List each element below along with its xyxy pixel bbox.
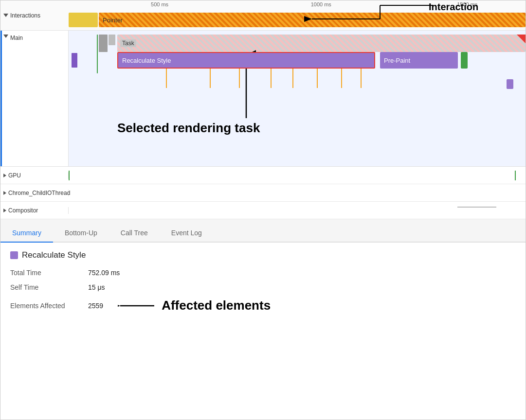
tick-8	[361, 69, 362, 88]
interactions-track: Pointer	[69, 9, 526, 31]
summary-panel: Recalculate Style Total Time 752.09 ms S…	[0, 243, 526, 321]
purple-left	[72, 53, 77, 68]
compositor-label-text: Compositor	[8, 207, 38, 214]
expand-triangle-compositor[interactable]	[3, 209, 6, 212]
main-label-text: Main	[10, 35, 23, 41]
rendering-task-text: Selected rendering task	[117, 121, 260, 135]
gpu-label: GPU	[0, 172, 69, 179]
elements-affected-value: 2559	[88, 302, 103, 310]
tab-bottom-up-label: Bottom-Up	[65, 229, 97, 237]
tick-4	[271, 69, 272, 88]
event-title-row: Recalculate Style	[10, 250, 516, 260]
task-label: Task	[120, 39, 136, 47]
tick-3	[239, 69, 240, 88]
chrome-child-row: Chrome_ChildIOThread	[0, 184, 526, 202]
self-time-row: Self Time 15 μs	[10, 283, 516, 291]
self-time-value: 15 μs	[88, 283, 105, 291]
recalc-label: Recalculate Style	[122, 57, 171, 64]
event-color-swatch	[10, 251, 18, 259]
collapse-triangle-main[interactable]	[3, 35, 8, 38]
elements-affected-row: Elements Affected 2559 Affected elements	[10, 298, 516, 313]
self-time-label: Self Time	[10, 283, 88, 291]
gpu-green-right	[515, 171, 516, 180]
green-line-left	[97, 35, 98, 73]
gpu-label-text: GPU	[8, 172, 21, 179]
affected-arrow	[118, 301, 157, 311]
total-time-label: Total Time	[10, 269, 88, 277]
chrome-child-track	[69, 184, 526, 202]
interactions-row: Interactions 500 ms 1000 ms 1500 ms Poin…	[0, 0, 526, 31]
tabs-bar: Summary Bottom-Up Call Tree Event Log	[0, 219, 526, 243]
main-track: Task Recalculate Style Pre-Paint	[69, 31, 526, 166]
chrome-child-label: Chrome_ChildIOThread	[0, 190, 69, 196]
tab-call-tree[interactable]: Call Tree	[109, 224, 160, 243]
elements-affected-label: Elements Affected	[10, 302, 88, 310]
pointer-orange-block: Pointer	[99, 13, 526, 27]
tick-1	[166, 69, 167, 88]
tick-6	[317, 69, 318, 88]
recalc-bar[interactable]: Recalculate Style	[117, 52, 375, 69]
task-bar[interactable]: Task	[117, 35, 526, 52]
gpu-row: GPU	[0, 167, 526, 184]
main-row: Main Task Recalculate Style Pre-Paint	[0, 31, 526, 167]
rendering-task-annotation: Selected rendering task	[117, 121, 260, 136]
prepaint-bar[interactable]: Pre-Paint	[380, 52, 458, 69]
ruler-mark-1500: 1500 ms	[457, 1, 477, 7]
tick-5	[292, 69, 293, 88]
tab-call-tree-label: Call Tree	[121, 229, 148, 237]
tab-event-log-label: Event Log	[171, 229, 202, 237]
tick-7	[341, 69, 342, 88]
interactions-label-text: Interactions	[10, 12, 40, 19]
main-label: Main	[0, 31, 69, 166]
pointer-yellow-block	[69, 13, 98, 27]
interactions-label: Interactions	[0, 12, 69, 19]
ruler-mark-1000: 1000 ms	[311, 1, 331, 7]
tab-summary-label: Summary	[12, 229, 41, 237]
tab-event-log[interactable]: Event Log	[160, 224, 214, 243]
expand-triangle-gpu[interactable]	[3, 174, 6, 177]
compositor-row: Compositor	[0, 202, 526, 219]
green-block-right	[461, 52, 468, 69]
compositor-gray-bar	[457, 207, 496, 208]
tab-bottom-up[interactable]: Bottom-Up	[53, 224, 109, 243]
affected-annotation-text: Affected elements	[162, 298, 271, 313]
prepaint-label: Pre-Paint	[384, 57, 410, 64]
chrome-child-label-text: Chrome_ChildIOThread	[8, 190, 70, 196]
app-container: Interactions 500 ms 1000 ms 1500 ms Poin…	[0, 0, 526, 321]
compositor-track	[69, 202, 526, 219]
gpu-green-left	[69, 171, 70, 180]
ruler-mark-500: 500 ms	[151, 1, 168, 7]
gpu-track	[69, 167, 526, 184]
gray-block-1	[99, 35, 108, 52]
tick-2	[210, 69, 211, 88]
collapse-triangle-interactions[interactable]	[3, 14, 8, 17]
expand-triangle-chrome[interactable]	[3, 191, 6, 195]
tab-summary[interactable]: Summary	[0, 224, 53, 243]
total-time-value: 752.09 ms	[88, 269, 120, 277]
gray-block-2	[109, 35, 115, 45]
pointer-label: Pointer	[103, 17, 123, 24]
event-title-text: Recalculate Style	[22, 250, 86, 260]
compositor-label: Compositor	[0, 207, 69, 214]
total-time-row: Total Time 752.09 ms	[10, 269, 516, 277]
purple-small-right	[507, 79, 513, 89]
